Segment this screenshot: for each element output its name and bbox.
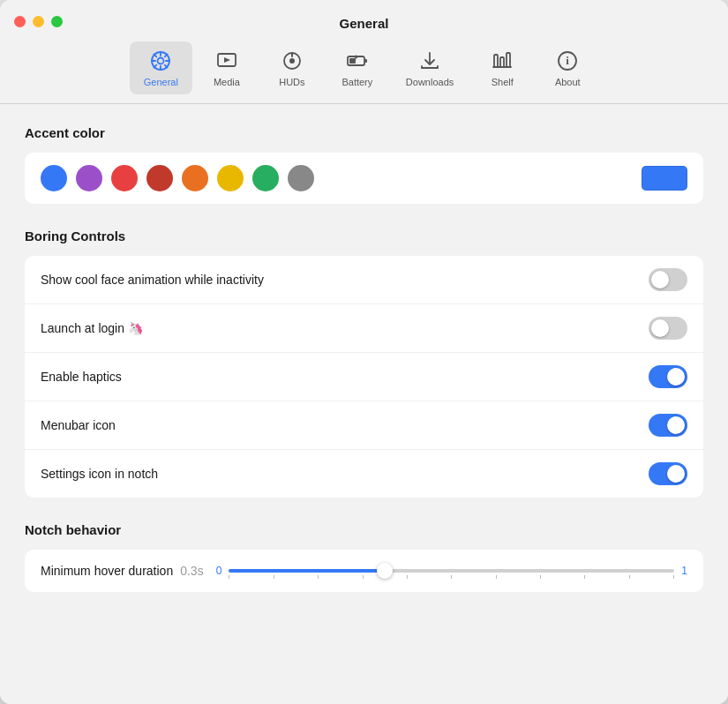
slider-fill	[229, 569, 385, 573]
tab-shelf-label: Shelf	[492, 77, 514, 87]
maximize-button[interactable]	[51, 16, 63, 27]
swatch-orange[interactable]	[182, 165, 208, 191]
swatch-red[interactable]	[146, 165, 173, 191]
swatch-purple[interactable]	[76, 165, 102, 191]
tab-general-label: General	[144, 77, 178, 87]
swatch-pink[interactable]	[111, 165, 138, 191]
slider-max-label: 1	[681, 565, 687, 577]
toggle-row-enable-haptics: Enable haptics	[25, 352, 703, 401]
svg-rect-19	[500, 57, 504, 67]
slider-row-hover-duration: Minimum hover duration 0.3s 0	[25, 550, 703, 592]
toggle-row-settings-notch: Settings icon in notch	[25, 449, 703, 498]
close-button[interactable]	[14, 16, 26, 27]
app-window: General General	[0, 0, 728, 704]
launch-login-label: Launch at login 🦄	[41, 321, 143, 335]
toggle-row-launch-login: Launch at login 🦄	[25, 303, 703, 352]
accent-color-title: Accent color	[25, 125, 703, 140]
slider-track[interactable]	[229, 569, 674, 573]
cool-face-label: Show cool face animation while inactivit…	[41, 273, 264, 287]
tab-about[interactable]: i About	[537, 41, 598, 94]
menubar-icon-knob	[667, 416, 685, 434]
tab-huds[interactable]: HUDs	[261, 41, 323, 94]
svg-rect-18	[494, 55, 498, 67]
tab-media-label: Media	[214, 77, 240, 87]
huds-icon	[280, 49, 304, 73]
launch-login-toggle[interactable]	[649, 317, 687, 340]
svg-point-1	[158, 58, 164, 64]
tab-downloads[interactable]: Downloads	[392, 41, 468, 94]
tab-battery[interactable]: Battery	[326, 41, 388, 94]
toggle-row-menubar-icon: Menubar icon	[25, 401, 703, 449]
notch-behavior-card: Minimum hover duration 0.3s 0	[25, 550, 703, 592]
color-picker-row	[25, 153, 703, 204]
toolbar: General Media HUDs	[0, 31, 728, 103]
swatch-yellow[interactable]	[217, 165, 244, 191]
svg-line-9	[154, 65, 157, 68]
svg-line-6	[154, 54, 157, 56]
svg-rect-16	[364, 59, 367, 63]
enable-haptics-knob	[667, 368, 685, 386]
svg-marker-11	[224, 57, 230, 63]
boring-controls-card: Show cool face animation while inactivit…	[25, 256, 703, 498]
toggle-row-cool-face: Show cool face animation while inactivit…	[25, 256, 703, 303]
minimize-button[interactable]	[33, 16, 44, 27]
traffic-lights	[14, 16, 63, 27]
swatch-graphite[interactable]	[288, 165, 314, 191]
swatch-green[interactable]	[252, 165, 279, 191]
color-preview[interactable]	[642, 166, 687, 191]
accent-color-section: Accent color	[25, 125, 703, 204]
tab-battery-label: Battery	[341, 77, 372, 87]
menubar-icon-label: Menubar icon	[41, 418, 116, 432]
settings-notch-toggle[interactable]	[649, 462, 687, 485]
battery-icon	[345, 49, 370, 73]
enable-haptics-label: Enable haptics	[41, 370, 122, 384]
about-icon: i	[555, 49, 580, 73]
hover-duration-value: 0.3s	[180, 564, 203, 578]
settings-notch-knob	[667, 465, 685, 483]
downloads-icon	[417, 49, 442, 73]
color-swatches	[41, 165, 314, 191]
hover-duration-label: Minimum hover duration	[41, 564, 173, 578]
slider-ticks	[229, 575, 674, 579]
svg-rect-17	[349, 58, 356, 64]
shelf-icon	[490, 49, 514, 73]
slider-min-label: 0	[216, 565, 222, 577]
cool-face-knob	[651, 271, 669, 288]
media-icon	[214, 49, 239, 73]
enable-haptics-toggle[interactable]	[649, 365, 687, 388]
svg-text:i: i	[566, 54, 569, 67]
swatch-blue[interactable]	[41, 165, 67, 191]
tab-huds-label: HUDs	[279, 77, 304, 87]
tab-downloads-label: Downloads	[406, 77, 454, 87]
notch-behavior-title: Notch behavior	[25, 522, 703, 537]
settings-notch-label: Settings icon in notch	[41, 467, 158, 481]
cool-face-toggle[interactable]	[649, 268, 687, 291]
slider-label-group: Minimum hover duration 0.3s	[41, 564, 204, 578]
svg-point-13	[289, 58, 295, 64]
titlebar: General	[0, 0, 728, 31]
boring-controls-title: Boring Controls	[25, 228, 703, 243]
tab-about-label: About	[555, 77, 581, 87]
tab-media[interactable]: Media	[196, 41, 258, 94]
accent-color-card	[25, 153, 703, 204]
tab-shelf[interactable]: Shelf	[471, 41, 533, 94]
notch-behavior-section: Notch behavior Minimum hover duration 0.…	[25, 522, 703, 592]
slider-container: 0	[216, 565, 687, 577]
window-title: General	[340, 16, 389, 31]
general-icon	[148, 49, 173, 73]
svg-rect-20	[507, 53, 510, 67]
menubar-icon-toggle[interactable]	[649, 414, 687, 437]
svg-line-8	[165, 54, 168, 56]
tab-general[interactable]: General	[130, 41, 192, 94]
launch-login-knob	[651, 319, 669, 337]
boring-controls-section: Boring Controls Show cool face animation…	[25, 228, 703, 498]
svg-line-7	[165, 65, 168, 68]
content-area: Accent color	[0, 104, 728, 704]
